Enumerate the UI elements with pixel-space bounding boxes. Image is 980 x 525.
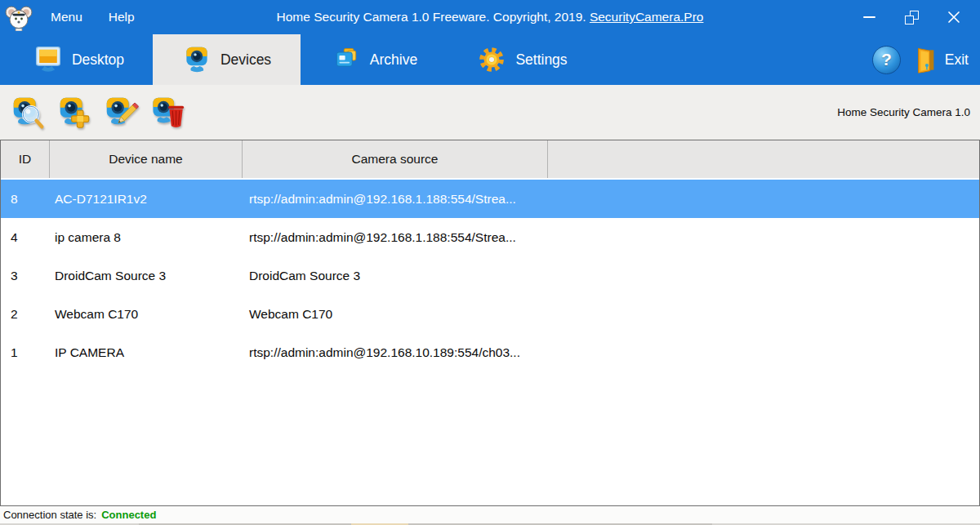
status-bar: Connection state is: Connected	[0, 506, 980, 523]
tab-actions: ? Exit	[872, 34, 980, 85]
tab-bar: Desktop Devices Archive Settings ? Exit	[0, 34, 980, 85]
add-device-button[interactable]	[55, 91, 94, 134]
minimize-button[interactable]	[848, 4, 890, 30]
webcam-edit-icon	[102, 92, 140, 133]
table-row[interactable]: 3 DroidCam Source 3 DroidCam Source 3	[1, 256, 979, 295]
cell-id: 3	[1, 269, 50, 283]
exit-door-icon	[914, 47, 938, 73]
cell-device-name: AC-D7121IR1v2	[50, 192, 243, 207]
webcam-search-icon	[9, 92, 47, 133]
window-title: Home Security Camera 1.0 Freeware. Copyr…	[0, 10, 980, 24]
tab-desktop[interactable]: Desktop	[5, 34, 153, 85]
tab-desktop-label: Desktop	[72, 51, 124, 69]
cell-device-name: ip camera 8	[50, 230, 243, 245]
tab-devices-label: Devices	[220, 51, 271, 69]
tab-archive[interactable]: Archive	[301, 34, 448, 85]
search-device-button[interactable]	[8, 91, 47, 134]
tab-devices[interactable]: Devices	[153, 34, 301, 85]
toolbar-app-name: Home Security Camera 1.0	[837, 106, 972, 118]
edit-device-button[interactable]	[101, 91, 140, 134]
help-button[interactable]: ?	[872, 46, 901, 74]
cell-device-name: DroidCam Source 3	[50, 269, 243, 283]
window-controls	[848, 4, 975, 30]
menu-button[interactable]: Menu	[49, 7, 84, 28]
table-row[interactable]: 4 ip camera 8 rtsp://admin:admin@192.168…	[1, 218, 979, 256]
webcam-add-icon	[56, 92, 93, 133]
status-label: Connection state is:	[3, 509, 96, 521]
tab-settings[interactable]: Settings	[448, 34, 596, 85]
cell-camera-source: rtsp://admin:admin@192.168.1.188:554/Str…	[243, 230, 548, 245]
exit-button-label: Exit	[945, 51, 969, 69]
restore-icon	[905, 11, 919, 24]
column-header-camera-source[interactable]: Camera source	[243, 140, 548, 178]
column-header-device-name[interactable]: Device name	[50, 140, 243, 178]
cell-camera-source: Webcam C170	[243, 307, 548, 322]
table-row[interactable]: 8 AC-D7121IR1v2 rtsp://admin:admin@192.1…	[1, 180, 979, 218]
tab-settings-label: Settings	[515, 51, 567, 69]
delete-device-button[interactable]	[148, 91, 187, 134]
device-table-body: 8 AC-D7121IR1v2 rtsp://admin:admin@192.1…	[1, 180, 979, 372]
cell-device-name: Webcam C170	[50, 307, 243, 322]
close-button[interactable]	[933, 4, 975, 30]
cell-id: 2	[1, 307, 50, 322]
archive-cards-icon	[332, 45, 361, 74]
help-question-icon: ?	[881, 50, 892, 69]
minimize-icon	[863, 16, 875, 19]
device-toolbar: Home Security Camera 1.0	[0, 85, 980, 140]
cell-id: 1	[1, 345, 50, 360]
cell-id: 4	[1, 230, 50, 245]
cell-device-name: IP CAMERA	[50, 345, 243, 360]
mouse-captain-logo-icon	[5, 3, 33, 31]
tab-archive-label: Archive	[370, 51, 417, 69]
desktop-monitor-icon	[33, 45, 63, 74]
title-bar: Menu Help Home Security Camera 1.0 Freew…	[0, 0, 980, 34]
table-row[interactable]: 1 IP CAMERA rtsp://admin:admin@192.168.1…	[1, 333, 979, 372]
close-icon	[947, 11, 960, 24]
webcam-delete-icon	[149, 92, 186, 133]
cell-camera-source: rtsp://admin:admin@192.168.10.189:554/ch…	[243, 345, 548, 360]
device-table: ID Device name Camera source 8 AC-D7121I…	[0, 140, 980, 506]
restore-button[interactable]	[890, 4, 933, 30]
connection-status-badge: Connected	[101, 509, 156, 521]
help-menu-button[interactable]: Help	[107, 7, 136, 28]
table-row[interactable]: 2 Webcam C170 Webcam C170	[1, 295, 979, 333]
cell-camera-source: rtsp://admin:admin@192.168.1.188:554/Str…	[243, 192, 548, 207]
cell-id: 8	[1, 192, 50, 207]
website-link[interactable]: SecurityCamera.Pro	[590, 10, 704, 24]
webcam-icon	[182, 45, 212, 74]
column-header-id[interactable]: ID	[1, 140, 50, 178]
gear-icon	[477, 45, 506, 74]
device-table-header: ID Device name Camera source	[1, 140, 979, 178]
window-title-text: Home Security Camera 1.0 Freeware. Copyr…	[277, 10, 590, 24]
exit-button[interactable]: Exit	[914, 47, 969, 73]
menu-bar: Menu Help	[49, 7, 136, 28]
cell-camera-source: DroidCam Source 3	[243, 269, 548, 283]
column-header-extra[interactable]	[548, 140, 979, 178]
app-window: Menu Help Home Security Camera 1.0 Freew…	[0, 0, 980, 525]
